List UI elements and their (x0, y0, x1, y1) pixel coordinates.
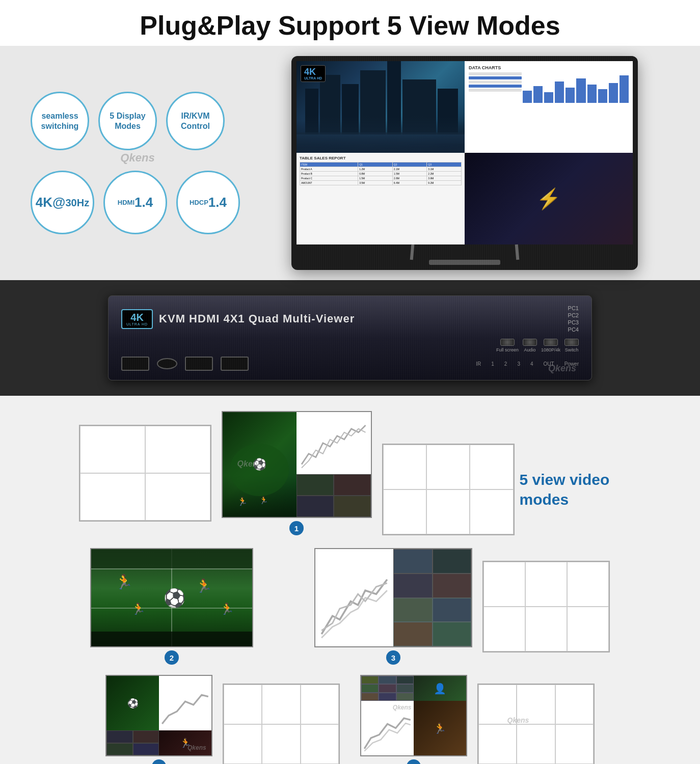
blank-4b-3 (301, 685, 339, 724)
blank-cell-r6 (470, 489, 513, 534)
badge-hdmi: HDMI1.4 (103, 171, 167, 234)
port-label-ir: IR (476, 361, 481, 367)
blank-5b-2 (517, 685, 555, 724)
mode1-mc4 (334, 496, 371, 517)
badges-row-2: 4K@30Hz HDMI1.4 HDCP1.4 (31, 171, 245, 234)
port-label-4: 4 (530, 361, 533, 367)
device-4k-label: 4K (126, 312, 148, 322)
mode5-g1 (361, 676, 379, 684)
page-header: Plug&Play Support 5 View Modes (0, 0, 700, 46)
mode3-mc4 (433, 574, 472, 598)
mode5-g9 (396, 693, 414, 701)
blank-5b-5 (517, 724, 555, 764)
device-ports-row: IR 1 2 3 4 OUT Power (121, 357, 579, 371)
mode4-c3 (106, 730, 159, 755)
device-btn-switch-label: Switch (565, 347, 579, 352)
mode1-chart (297, 412, 371, 474)
mode5-g4 (361, 684, 379, 692)
blank-r2-4 (483, 607, 525, 651)
modes-row2: 🏃 ⚽ 🏃 🏃 🏃 2 (20, 548, 680, 665)
mode5-screen: 👤 🏃 Qkens (360, 675, 467, 756)
mode3-chart-svg (318, 552, 391, 644)
mode5-c1 (361, 676, 414, 701)
mode3-mc7 (393, 622, 433, 646)
mode5-g2 (379, 676, 396, 684)
blank-next-to-4 (223, 684, 340, 764)
mode3-number: 3 (386, 650, 400, 665)
blank-r2-5 (525, 607, 567, 651)
mode4-mini4 (133, 743, 159, 756)
mode3-mc2 (433, 549, 472, 574)
blank-screen-left (79, 425, 211, 522)
mode3-item: 3 (314, 548, 472, 665)
device-title: KVM HDMI 4X1 Quad Multi-Viewer (159, 312, 355, 325)
mode4-c4: 🏃 (159, 730, 211, 755)
mode3-mc1 (393, 549, 433, 574)
blank-screen-5b: Qkens (477, 684, 595, 764)
badge-seamless: seamlessswitching (31, 92, 89, 150)
mode4-mini3 (106, 743, 133, 756)
five-view-label: 5 view video modes (520, 470, 622, 509)
mode2-number: 2 (165, 650, 179, 665)
device-btn-switch[interactable] (564, 339, 579, 346)
mode3-mc5 (393, 598, 433, 622)
device-btn-audio[interactable] (523, 339, 537, 346)
mode1-sports: ⚽ 🏃 🏃 (223, 412, 297, 517)
badge-display-modes: 5 DisplayModes (98, 92, 157, 150)
port-label-3: 3 (517, 361, 520, 367)
tv-cell-spreadsheet: DATA CHARTS (465, 61, 633, 153)
blank-cell-r2 (426, 445, 470, 489)
tv-frame: 4K ULTRA HD (291, 56, 638, 270)
port-label-2: 2 (504, 361, 507, 367)
mode5-chart-svg (363, 702, 412, 754)
device-box: 4K ULTRA HD KVM HDMI 4X1 Quad Multi-View… (108, 295, 592, 380)
device-btn-fullscreen[interactable] (500, 339, 515, 346)
blank-and-label: 5 view video modes (382, 444, 622, 535)
device-4k-badge: 4K ULTRA HD (121, 309, 153, 329)
mode4-chart-svg (160, 677, 210, 729)
device-logo-area: 4K ULTRA HD KVM HDMI 4X1 Quad Multi-View… (121, 309, 355, 329)
blank-5b-3 (555, 685, 594, 724)
mode5-group: 👤 🏃 Qkens 5 (360, 675, 595, 764)
device-btn-audio-label: Audio (524, 347, 535, 352)
blank-4b-5 (262, 724, 300, 764)
mode3-mc8 (433, 622, 472, 646)
blank-cell-r1 (383, 445, 426, 489)
mode-blank-left (79, 425, 211, 522)
mode5-c2: 👤 (414, 676, 466, 701)
device-pc2-label: PC2 (568, 312, 579, 318)
device-top-row: 4K ULTRA HD KVM HDMI 4X1 Quad Multi-View… (121, 305, 579, 333)
blank-cell-r4 (383, 489, 426, 534)
mode5-g6 (396, 684, 414, 692)
blank-cell-3 (80, 473, 145, 521)
modes-section: ⚽ 🏃 🏃 (0, 396, 700, 764)
mode5-c4: 🏃 (414, 701, 466, 755)
mode4-item: ⚽ 🏃 Qkens 4 (105, 675, 212, 764)
blank-screen-4b (223, 684, 340, 764)
blank-r2-3 (567, 562, 609, 607)
top-section: seamlessswitching 5 DisplayModes IR/KVMC… (0, 46, 700, 280)
badge-4k30: 4K@30Hz (31, 171, 94, 234)
mode4-mini1 (106, 730, 133, 743)
mode1-item: ⚽ 🏃 🏃 (222, 411, 372, 535)
device-btn-resolution-label: 1080P/4k (541, 347, 560, 352)
mode2-item: 🏃 ⚽ 🏃 🏃 🏃 2 (90, 548, 253, 665)
mode4-mini2 (133, 730, 159, 743)
badge-hdcp: HDCP1.4 (176, 171, 240, 234)
mode5-g7 (361, 693, 379, 701)
device-pc1-label: PC1 (568, 305, 579, 311)
blank-cell-4 (145, 473, 210, 521)
device-btn-resolution-group: 1080P/4k (541, 339, 560, 352)
mode1-mc3 (297, 496, 334, 517)
blank-cell-2 (145, 426, 210, 473)
device-btn-resolution[interactable] (544, 339, 558, 346)
tv-4k-badge: 4K ULTRA HD (301, 65, 326, 82)
mode4-screen: ⚽ 🏃 Qkens (105, 675, 212, 756)
tv-stand-legs (297, 244, 633, 260)
tv-screen: DATA CHARTS (297, 61, 633, 244)
mode1-mc2 (334, 474, 371, 496)
mode1-number: 1 (289, 521, 304, 535)
blank-r2-1 (483, 562, 525, 607)
device-btn-fullscreen-group: Full screen (496, 339, 519, 352)
mode3-multicam-top (393, 549, 471, 598)
